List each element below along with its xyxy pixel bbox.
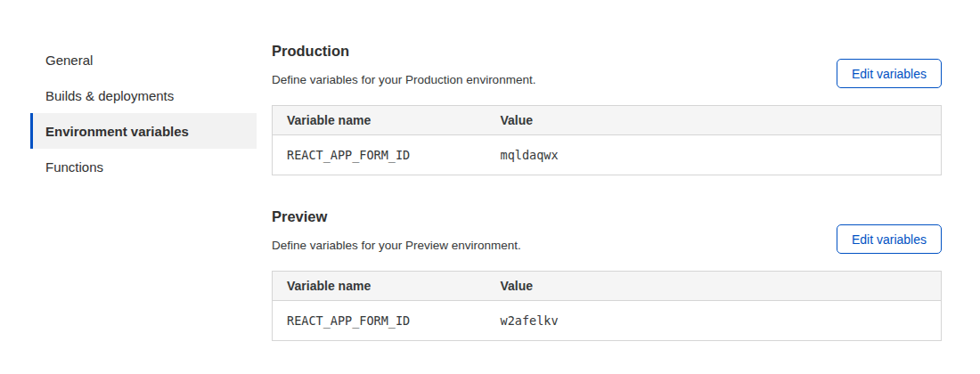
production-title: Production bbox=[272, 41, 535, 61]
settings-sidebar: General Builds & deployments Environment… bbox=[30, 42, 257, 184]
preview-section-header: Preview Define variables for your Previe… bbox=[272, 207, 942, 254]
preview-edit-variables-button[interactable]: Edit variables bbox=[837, 224, 942, 254]
column-header-variable-name: Variable name bbox=[273, 106, 486, 135]
variable-value-cell: w2afelkv bbox=[486, 301, 942, 341]
sidebar-item-general[interactable]: General bbox=[30, 42, 257, 77]
sidebar-item-label: Environment variables bbox=[45, 124, 189, 139]
table-row: REACT_APP_FORM_ID w2afelkv bbox=[273, 301, 942, 341]
production-variables-table: Variable name Value REACT_APP_FORM_ID mq… bbox=[272, 105, 942, 175]
column-header-variable-name: Variable name bbox=[273, 272, 486, 301]
sidebar-item-label: Functions bbox=[45, 159, 103, 175]
production-section: Production Define variables for your Pro… bbox=[272, 41, 942, 175]
production-description: Define variables for your Production env… bbox=[272, 71, 535, 88]
production-section-header: Production Define variables for your Pro… bbox=[272, 41, 942, 88]
sidebar-item-builds-deployments[interactable]: Builds & deployments bbox=[30, 77, 257, 113]
sidebar-item-label: Builds & deployments bbox=[45, 88, 174, 103]
preview-description: Define variables for your Preview enviro… bbox=[272, 237, 521, 254]
column-header-value: Value bbox=[486, 106, 942, 135]
variable-name-cell: REACT_APP_FORM_ID bbox=[273, 301, 486, 341]
table-header-row: Variable name Value bbox=[273, 272, 942, 301]
preview-title: Preview bbox=[272, 207, 521, 226]
environment-variables-panel: Production Define variables for your Pro… bbox=[272, 41, 942, 341]
table-row: REACT_APP_FORM_ID mqldaqwx bbox=[273, 135, 942, 175]
sidebar-item-functions[interactable]: Functions bbox=[30, 149, 257, 184]
sidebar-item-environment-variables[interactable]: Environment variables bbox=[30, 113, 257, 149]
table-header-row: Variable name Value bbox=[273, 106, 942, 135]
preview-variables-table: Variable name Value REACT_APP_FORM_ID w2… bbox=[272, 271, 942, 341]
variable-value-cell: mqldaqwx bbox=[486, 135, 942, 175]
preview-section-titles: Preview Define variables for your Previe… bbox=[272, 207, 521, 254]
sidebar-item-label: General bbox=[45, 53, 93, 68]
variable-name-cell: REACT_APP_FORM_ID bbox=[273, 135, 486, 175]
preview-section: Preview Define variables for your Previe… bbox=[272, 207, 942, 341]
production-edit-variables-button[interactable]: Edit variables bbox=[837, 59, 942, 88]
production-section-titles: Production Define variables for your Pro… bbox=[272, 41, 535, 88]
column-header-value: Value bbox=[486, 272, 942, 301]
